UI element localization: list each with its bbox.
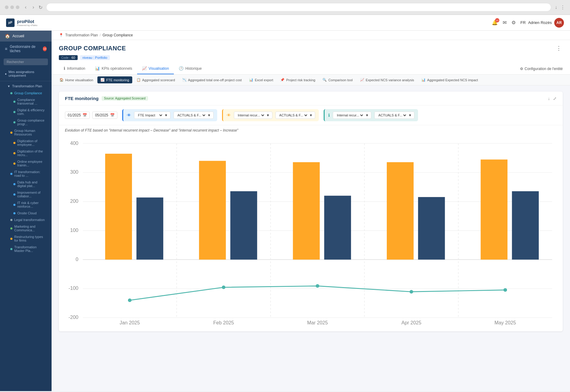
fte-title-row: FTE monitoring Source: Aggregated Scorec…	[65, 96, 148, 101]
tree-item-digital-efficiency[interactable]: Digital & efficiency com.	[0, 107, 52, 117]
subnav-oneoff[interactable]: 📉 Aggregated total one-off project cost	[179, 76, 245, 83]
subnav-scorecard[interactable]: 📋 Aggregated scorecard	[133, 76, 178, 83]
search-input[interactable]	[4, 59, 48, 65]
notification-badge: 10	[495, 18, 499, 22]
lang-selector[interactable]: FR	[521, 20, 526, 25]
mail-icon[interactable]: ✉	[503, 20, 507, 25]
tree-item-compliance-transversal[interactable]: Compliance transversal ...	[0, 96, 52, 107]
filter2-select2[interactable]: ACTUALS & F... ▼	[275, 112, 315, 119]
filter2-select1-input[interactable]: Internal recur...	[237, 113, 265, 117]
subnav-comparison[interactable]: 🔍 Comparison tool	[319, 76, 356, 83]
content-area: 📍 Transformation Plan / Group Compliance…	[52, 31, 570, 391]
filter3-select2-input[interactable]: ACTUALS & F...	[377, 113, 407, 117]
label-restructuring: Restructuring types for firms	[14, 235, 47, 242]
subnav-ncs-impact-label: Aggregated Expected NCS impact	[427, 78, 478, 82]
eye-icon-2[interactable]: 👁	[227, 113, 231, 118]
label-data-hub: Data hub and digital plat...	[17, 180, 47, 188]
nav-username: Adrien Rozès	[528, 20, 552, 25]
eye-icon-1[interactable]: 👁	[127, 113, 131, 118]
subnav-fte[interactable]: 📈 FTE monitoring	[97, 76, 132, 83]
label-digital-efficiency: Digital & efficiency com.	[17, 108, 47, 116]
location-icon: 📍	[59, 33, 63, 37]
line-dot-apr	[410, 290, 413, 293]
tree-item-improvement-collab[interactable]: Improvement of collabor...	[0, 189, 52, 199]
tree-item-group-compliance[interactable]: Group Compliance	[0, 90, 52, 96]
notification-icon[interactable]: 🔔 10	[492, 20, 498, 25]
tree-item-digitize-recrui[interactable]: Digitization of the recru...	[0, 148, 52, 158]
date-to-input[interactable]: 05/2025 📅	[92, 112, 117, 119]
tree-item-group-compliance-prog[interactable]: Group compliance progr...	[0, 117, 52, 127]
dot-compliance-transversal	[13, 101, 15, 103]
tab-visualisation[interactable]: 📈 Visualisation	[137, 63, 174, 74]
expand-chart-icon[interactable]: ⤢	[553, 96, 557, 101]
tree-item-online-training[interactable]: Online employee trainin...	[0, 158, 52, 169]
tab-historique-label: Historique	[185, 66, 202, 71]
dot-online-training	[13, 162, 15, 165]
y-label-200: 200	[70, 198, 78, 204]
x-label-apr: Apr 2025	[401, 320, 421, 325]
main-content: FTE monitoring Source: Aggregated Scorec…	[52, 85, 570, 337]
dot-marketing	[10, 227, 12, 230]
filter2-select2-input[interactable]: ACTUALS & F...	[278, 113, 308, 117]
subnav-ncs-impact[interactable]: 📊 Aggregated Expected NCS impact	[418, 76, 481, 83]
tab-historique[interactable]: 🕐 Historique	[174, 63, 207, 74]
filter1-select2[interactable]: ACTUALS & F... ▼	[174, 112, 214, 119]
fte-card-header: FTE monitoring Source: Aggregated Scorec…	[59, 92, 563, 106]
line-dot-mar	[316, 284, 319, 288]
bar-jan-orange	[105, 154, 132, 260]
date-from-input[interactable]: 01/2025 📅	[65, 112, 90, 119]
chart-container: 400 300 200 100 0 -100 -200	[59, 134, 563, 331]
sidebar-item-tasks[interactable]: ≡ Gestionnaire de tâches 10	[0, 42, 52, 56]
refresh-button[interactable]: ↻	[39, 4, 42, 11]
bar-feb-dark	[230, 191, 257, 260]
settings-icon[interactable]: ⚙	[511, 20, 516, 25]
tree-item-onsite-cloud[interactable]: Onsite Cloud	[0, 210, 52, 216]
forward-button[interactable]: ›	[31, 4, 36, 11]
tree-item-it-transform[interactable]: IT transformation: road to ...	[0, 169, 52, 179]
tree-item-human-resources[interactable]: Group Human Ressources	[0, 127, 52, 138]
filter3-select2[interactable]: ACTUALS & F... ▼	[374, 112, 414, 119]
config-button[interactable]: ⋮	[555, 44, 563, 53]
bar-apr-orange	[387, 162, 413, 260]
tree-item-it-risk[interactable]: IT risk & cyber reinforce...	[0, 199, 52, 210]
tree-item-restructuring[interactable]: Restructuring types for firms	[0, 233, 52, 244]
browser-nav[interactable]: ‹ › ↻	[23, 4, 42, 11]
download-chart-icon[interactable]: ↓	[548, 96, 550, 101]
avatar[interactable]: AR	[554, 18, 564, 28]
toggle-label: Mes assignations uniquement	[8, 70, 47, 77]
search-box	[0, 56, 52, 68]
filter1-select2-input[interactable]: ACTUALS & F...	[176, 113, 206, 117]
address-bar[interactable]	[46, 3, 551, 12]
sidebar-item-home[interactable]: 🏠 Accueil	[0, 31, 52, 42]
tree-group-transformation[interactable]: ▼ Transformation Plan	[0, 82, 52, 90]
tab-information[interactable]: ℹ Information	[59, 63, 90, 74]
tree-item-data-hub[interactable]: Data hub and digital plat...	[0, 179, 52, 189]
download-icon[interactable]: ↓	[555, 5, 557, 10]
x-label-mar: Mar 2025	[307, 320, 328, 325]
sidebar-toggle[interactable]: ● Mes assignations uniquement	[0, 68, 52, 80]
filter3-select1-input[interactable]: Internal recur...	[336, 113, 364, 117]
label-group-compliance-prog: Group compliance progr...	[17, 119, 47, 126]
subnav-home-vis[interactable]: 🏠 Home visualisation	[56, 76, 96, 83]
filter1-select1-input[interactable]: FTE Impact	[137, 113, 163, 117]
subnav-risk[interactable]: 📌 Project risk tracking	[277, 76, 318, 83]
sidebar-tasks-label: Gestionnaire de tâches	[10, 45, 40, 53]
tree-item-digitize-employees[interactable]: Digitization of employee...	[0, 138, 52, 148]
fte-line-chart	[130, 286, 505, 300]
filter1-select1[interactable]: FTE Impact ▼	[134, 112, 170, 119]
tree-item-master-plan[interactable]: Transformation Master Pla...	[0, 244, 52, 254]
menu-icon[interactable]: ⋮	[560, 5, 565, 10]
subnav-excel[interactable]: 📊 Excel export	[246, 76, 276, 83]
breadcrumb-root[interactable]: Transformation Plan	[65, 33, 98, 37]
tree-item-legal[interactable]: Legal transformation	[0, 216, 52, 223]
back-button[interactable]: ‹	[23, 4, 28, 11]
entity-config-link[interactable]: ⚙ Configuration de l'entité	[520, 67, 563, 71]
bar-may-dark	[512, 191, 539, 260]
tree-item-marketing[interactable]: Marketing and Communica...	[0, 223, 52, 233]
filter3-select1[interactable]: Internal recur... ▼	[333, 112, 371, 119]
eye-icon-3[interactable]: ℹ	[328, 113, 330, 118]
tab-kpis[interactable]: 📊 KPIs opérationnels	[90, 63, 137, 74]
label-compliance-transversal: Compliance transversal ...	[17, 98, 47, 105]
filter2-select1[interactable]: Internal recur... ▼	[234, 112, 272, 119]
subnav-ncs[interactable]: 📈 Expected NCS variance analysis	[357, 76, 417, 83]
